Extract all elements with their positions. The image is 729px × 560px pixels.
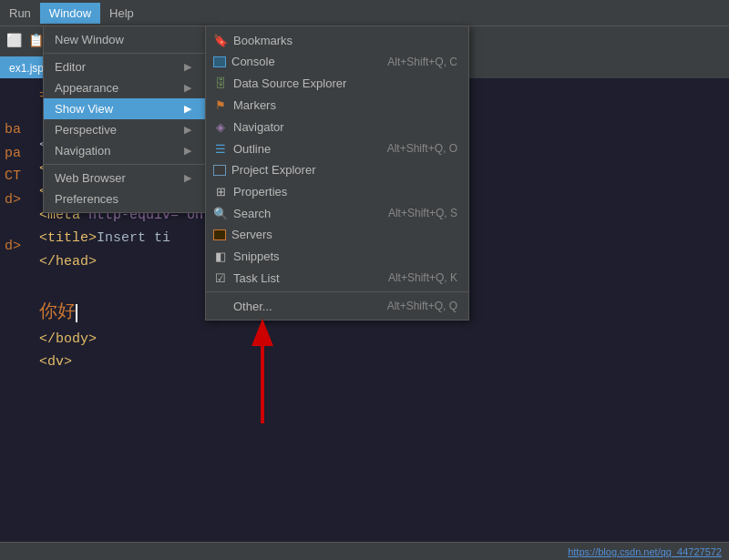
project-icon bbox=[213, 165, 226, 176]
markers-icon: ⚑ bbox=[213, 97, 228, 112]
showview-item-label: Task List bbox=[233, 271, 280, 285]
showview-item-label: Other... bbox=[233, 300, 272, 313]
showview-item-label: Search bbox=[233, 207, 271, 220]
menu-item-label: Navigation bbox=[55, 144, 110, 158]
properties-icon: ⊞ bbox=[213, 184, 228, 199]
showview-markers[interactable]: ⚑ Markers bbox=[206, 94, 468, 116]
statusbar-url[interactable]: https://blog.csdn.net/qq_44727572 bbox=[568, 546, 722, 557]
submenu-arrow: ▶ bbox=[184, 145, 191, 157]
menu-item-appearance[interactable]: Appearance ▶ bbox=[44, 77, 206, 98]
showview-item-label: Outline bbox=[233, 142, 271, 156]
menu-run[interactable]: Run bbox=[0, 3, 40, 24]
menu-window[interactable]: Window bbox=[40, 3, 100, 24]
showview-item-label: Console bbox=[231, 55, 275, 68]
other-shortcut: Alt+Shift+Q, Q bbox=[387, 300, 457, 312]
menu-item-label: Show View bbox=[55, 102, 113, 116]
menu-item-label: Perspective bbox=[55, 123, 117, 137]
datasource-icon: 🗄 bbox=[213, 76, 228, 90]
showview-project-explorer[interactable]: Project Explorer bbox=[206, 159, 468, 180]
search-icon: 🔍 bbox=[213, 206, 228, 220]
toolbar-icon-1[interactable]: ⬜ bbox=[4, 30, 24, 50]
showview-item-label: Markers bbox=[233, 98, 276, 112]
menu-help[interactable]: Help bbox=[100, 3, 143, 24]
showview-search[interactable]: 🔍 Search Alt+Shift+Q, S bbox=[206, 202, 468, 224]
menu-item-editor[interactable]: Editor ▶ bbox=[44, 56, 206, 77]
menu-item-web-browser[interactable]: Web Browser ▶ bbox=[44, 168, 206, 188]
showview-item-label: Servers bbox=[231, 228, 272, 241]
left-code-labels: ba pa CT d> d> bbox=[5, 118, 21, 258]
showview-item-label: Bookmarks bbox=[233, 34, 293, 47]
showview-item-label: Properties bbox=[233, 185, 287, 199]
menu-item-label: Appearance bbox=[55, 81, 118, 95]
menu-sep-1 bbox=[44, 53, 206, 54]
menubar: Run Window Help bbox=[0, 0, 729, 25]
submenu-arrow: ▶ bbox=[184, 103, 191, 115]
menu-item-show-view[interactable]: Show View ▶ bbox=[44, 98, 206, 119]
tasklist-shortcut: Alt+Shift+Q, K bbox=[388, 271, 457, 284]
showview-item-label: Snippets bbox=[233, 249, 280, 263]
outline-shortcut: Alt+Shift+Q, O bbox=[387, 142, 457, 155]
showview-item-label: Project Explorer bbox=[231, 163, 315, 177]
outline-icon: ☰ bbox=[213, 141, 228, 156]
showview-task-list[interactable]: ☑ Task List Alt+Shift+Q, K bbox=[206, 267, 468, 289]
snippets-icon: ◧ bbox=[213, 249, 228, 263]
statusbar: https://blog.csdn.net/qq_44727572 bbox=[0, 542, 729, 560]
bookmarks-icon: 🔖 bbox=[213, 33, 228, 47]
showview-snippets[interactable]: ◧ Snippets bbox=[206, 245, 468, 267]
tasklist-icon: ☑ bbox=[213, 270, 228, 285]
showview-menu[interactable]: 🔖 Bookmarks Console Alt+Shift+Q, C 🗄 Dat… bbox=[205, 25, 469, 321]
showview-bookmarks[interactable]: 🔖 Bookmarks bbox=[206, 29, 468, 51]
showview-item-label: Data Source Explorer bbox=[233, 76, 346, 90]
submenu-arrow: ▶ bbox=[184, 172, 191, 184]
window-menu[interactable]: New Window Editor ▶ Appearance ▶ Show Vi… bbox=[43, 25, 207, 213]
menu-item-label: Editor bbox=[55, 60, 86, 74]
servers-icon bbox=[213, 229, 226, 240]
menu-item-preferences[interactable]: Preferences bbox=[44, 188, 206, 209]
showview-item-label: Navigator bbox=[233, 120, 284, 134]
search-shortcut: Alt+Shift+Q, S bbox=[388, 207, 457, 219]
console-shortcut: Alt+Shift+Q, C bbox=[387, 56, 457, 68]
showview-outline[interactable]: ☰ Outline Alt+Shift+Q, O bbox=[206, 137, 468, 159]
submenu-sep bbox=[206, 291, 468, 292]
menu-item-navigation[interactable]: Navigation ▶ bbox=[44, 140, 206, 161]
showview-servers[interactable]: Servers bbox=[206, 224, 468, 245]
menu-item-label: New Window bbox=[55, 33, 124, 46]
showview-properties[interactable]: ⊞ Properties bbox=[206, 180, 468, 202]
other-icon bbox=[213, 299, 228, 313]
menu-item-new-window[interactable]: New Window bbox=[44, 29, 206, 50]
showview-navigator[interactable]: ◈ Navigator bbox=[206, 116, 468, 137]
navigator-icon: ◈ bbox=[213, 119, 228, 134]
menu-item-label: Preferences bbox=[55, 192, 118, 206]
submenu-arrow: ▶ bbox=[184, 61, 191, 73]
showview-other[interactable]: Other... Alt+Shift+Q, Q bbox=[206, 295, 468, 317]
menu-item-perspective[interactable]: Perspective ▶ bbox=[44, 119, 206, 140]
submenu-arrow: ▶ bbox=[184, 82, 191, 94]
showview-console[interactable]: Console Alt+Shift+Q, C bbox=[206, 51, 468, 72]
submenu-arrow: ▶ bbox=[184, 124, 191, 136]
menu-item-label: Web Browser bbox=[55, 171, 126, 185]
tab-label: ex1.jsp bbox=[9, 62, 44, 75]
console-icon bbox=[213, 56, 226, 67]
showview-datasource[interactable]: 🗄 Data Source Explorer bbox=[206, 72, 468, 94]
menu-sep-2 bbox=[44, 164, 206, 165]
